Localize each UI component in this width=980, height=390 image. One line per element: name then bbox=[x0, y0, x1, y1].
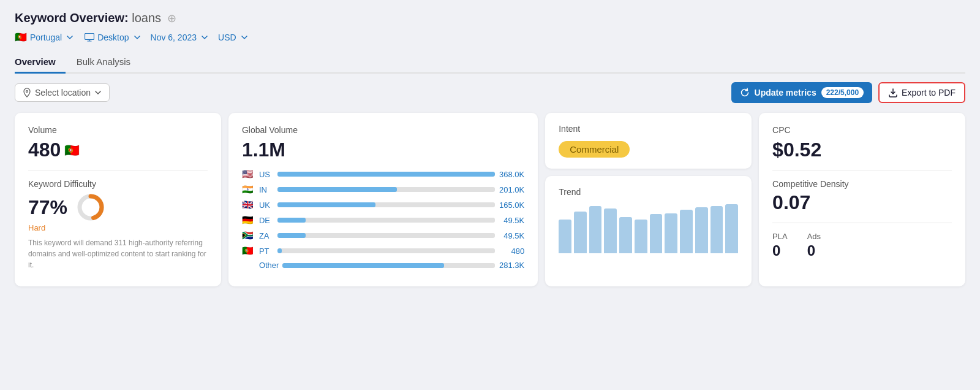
date-label: Nov 6, 2023 bbox=[151, 32, 197, 42]
trend-bar bbox=[725, 204, 738, 253]
tab-bulk-analysis[interactable]: Bulk Analysis bbox=[77, 52, 140, 74]
update-metrics-label: Update metrics bbox=[755, 88, 816, 98]
svg-point-1 bbox=[26, 91, 28, 93]
country-bar-bg bbox=[282, 263, 495, 268]
tab-overview[interactable]: Overview bbox=[15, 52, 66, 74]
device-filter[interactable]: Desktop bbox=[83, 32, 140, 42]
ads-value: 0 bbox=[807, 242, 821, 259]
volume-label: Volume bbox=[28, 125, 208, 135]
trend-bar bbox=[695, 207, 708, 253]
desktop-icon bbox=[85, 33, 94, 42]
ads-label: Ads bbox=[807, 232, 821, 241]
country-code: PT bbox=[259, 247, 274, 256]
country-value: 281.3K bbox=[499, 261, 524, 270]
global-volume-value: 1.1M bbox=[242, 139, 524, 161]
trend-bar bbox=[710, 206, 723, 253]
intent-card: Intent Commercial bbox=[545, 113, 752, 169]
currency-filter[interactable]: USD bbox=[218, 32, 248, 42]
volume-value: 480 🇵🇹 bbox=[28, 139, 208, 161]
location-filter[interactable]: 🇵🇹 Portugal bbox=[15, 31, 74, 43]
controls-row: Select location Update metrics 222/5,000… bbox=[15, 82, 965, 103]
country-bar-bg bbox=[277, 233, 495, 238]
country-code: IN bbox=[259, 185, 274, 194]
competitive-density-value: 0.07 bbox=[772, 191, 952, 214]
kd-section-label: Keyword Difficulty bbox=[28, 179, 208, 189]
country-code: UK bbox=[259, 201, 274, 210]
export-label: Export to PDF bbox=[902, 88, 956, 98]
country-bar-bg bbox=[277, 202, 495, 207]
tabs-row: Overview Bulk Analysis bbox=[15, 52, 965, 74]
trend-bar bbox=[619, 217, 632, 253]
trend-bar bbox=[589, 206, 602, 253]
intent-trend-column: Intent Commercial Trend bbox=[545, 113, 752, 286]
select-location-button[interactable]: Select location bbox=[15, 83, 110, 102]
country-value: 201.0K bbox=[499, 185, 524, 194]
chevron-down-icon bbox=[66, 34, 74, 41]
kd-row: 77% bbox=[28, 193, 208, 222]
volume-kd-card: Volume 480 🇵🇹 Keyword Difficulty 77% Har… bbox=[15, 113, 221, 286]
intent-label: Intent bbox=[559, 124, 738, 134]
country-bar-fill bbox=[277, 187, 397, 192]
country-bar-fill bbox=[277, 202, 375, 207]
country-flag: 🇬🇧 bbox=[242, 199, 255, 210]
country-bar-fill bbox=[277, 172, 495, 177]
country-value: 49.5K bbox=[499, 216, 524, 225]
location-pin-icon bbox=[23, 88, 31, 98]
country-value: 480 bbox=[499, 247, 524, 256]
country-value: 165.0K bbox=[499, 201, 524, 210]
kd-value: 77% bbox=[28, 196, 67, 219]
country-code: Other bbox=[259, 261, 279, 270]
device-label: Desktop bbox=[97, 32, 129, 42]
country-bar-bg bbox=[277, 218, 495, 223]
country-row: Other 281.3K bbox=[242, 261, 524, 270]
country-flag: 🇺🇸 bbox=[242, 169, 255, 180]
location-flag: 🇵🇹 bbox=[15, 31, 27, 43]
country-flag: 🇮🇳 bbox=[242, 184, 255, 195]
svg-rect-0 bbox=[85, 33, 94, 39]
competitive-density-label: Competitive Density bbox=[772, 179, 952, 189]
export-icon bbox=[888, 88, 898, 98]
cards-row: Volume 480 🇵🇹 Keyword Difficulty 77% Har… bbox=[15, 113, 965, 286]
country-bar-bg bbox=[277, 172, 495, 177]
cpc-value: $0.52 bbox=[772, 139, 952, 161]
trend-bars bbox=[559, 204, 738, 253]
country-bar-fill bbox=[277, 218, 306, 223]
trend-bar bbox=[604, 208, 617, 253]
trend-label: Trend bbox=[559, 187, 738, 197]
global-volume-card: Global Volume 1.1M 🇺🇸 US 368.0K 🇮🇳 IN 20… bbox=[228, 113, 538, 286]
country-code: US bbox=[259, 170, 274, 179]
cpc-card: CPC $0.52 Competitive Density 0.07 PLA 0… bbox=[759, 113, 965, 286]
country-value: 49.5K bbox=[499, 231, 524, 240]
trend-bar bbox=[635, 220, 647, 253]
chevron-down-icon bbox=[201, 34, 208, 41]
country-flag: 🇿🇦 bbox=[242, 230, 255, 241]
country-value: 368.0K bbox=[499, 170, 524, 179]
page-title: Keyword Overview: loans bbox=[15, 11, 161, 25]
update-metrics-count: 222/5,000 bbox=[821, 87, 864, 98]
add-keyword-icon[interactable]: ⊕ bbox=[167, 12, 176, 25]
country-bar-fill bbox=[277, 248, 282, 253]
export-pdf-button[interactable]: Export to PDF bbox=[878, 82, 965, 103]
country-flag: 🇩🇪 bbox=[242, 215, 255, 226]
pla-value: 0 bbox=[772, 242, 788, 259]
kd-tag: Hard bbox=[28, 223, 208, 232]
trend-bar bbox=[559, 220, 571, 253]
ads-item: Ads 0 bbox=[807, 232, 821, 259]
country-code: ZA bbox=[259, 231, 274, 240]
date-filter[interactable]: Nov 6, 2023 bbox=[151, 32, 209, 42]
country-list: 🇺🇸 US 368.0K 🇮🇳 IN 201.0K 🇬🇧 UK 165.0K 🇩… bbox=[242, 169, 524, 270]
country-bar-fill bbox=[282, 263, 444, 268]
trend-bar bbox=[680, 210, 693, 253]
currency-label: USD bbox=[218, 32, 236, 42]
country-flag: 🇵🇹 bbox=[242, 245, 255, 256]
intent-badge: Commercial bbox=[559, 141, 630, 158]
update-metrics-button[interactable]: Update metrics 222/5,000 bbox=[731, 82, 873, 103]
kd-donut-chart bbox=[76, 193, 105, 222]
filter-row: 🇵🇹 Portugal Desktop Nov 6, 2023 USD bbox=[15, 31, 965, 43]
chevron-down-icon bbox=[134, 34, 141, 41]
cpc-label: CPC bbox=[772, 125, 952, 135]
country-bar-bg bbox=[277, 187, 495, 192]
chevron-down-icon bbox=[94, 89, 102, 96]
pla-ads-row: PLA 0 Ads 0 bbox=[772, 232, 952, 259]
pla-item: PLA 0 bbox=[772, 232, 788, 259]
